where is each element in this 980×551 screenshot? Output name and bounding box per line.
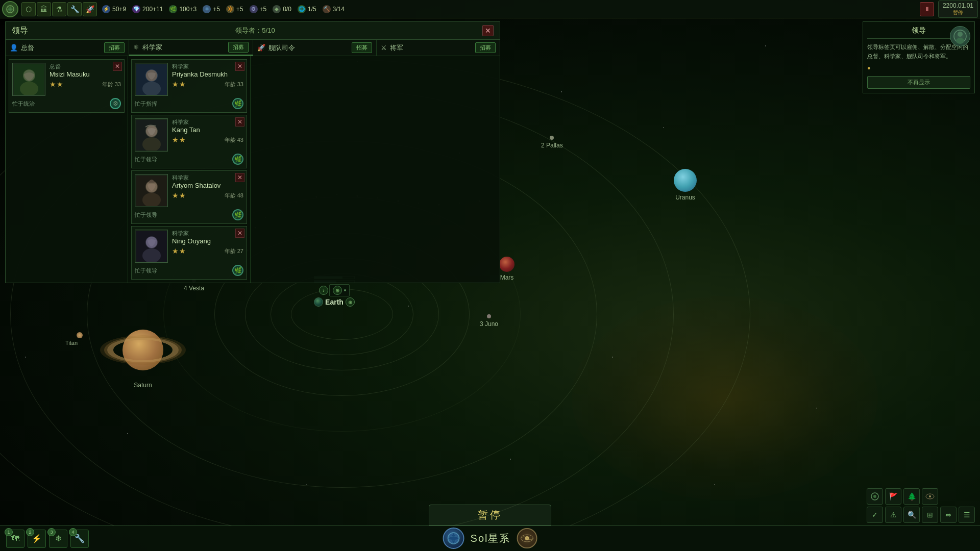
tab-general[interactable]: ⚔ 将军 招募 bbox=[377, 40, 500, 56]
general-recruit-btn[interactable]: 招募 bbox=[475, 42, 496, 53]
svg-point-45 bbox=[956, 38, 964, 44]
earth-settings-btn[interactable]: ⊕ bbox=[333, 286, 342, 295]
scientist-card-3[interactable]: ✕ 科学家 bbox=[131, 170, 247, 224]
resource-energy: ⚡ 50+9 bbox=[102, 5, 126, 13]
scientist-2-close[interactable]: ✕ bbox=[235, 117, 244, 127]
admiral-recruit-btn[interactable]: 招募 bbox=[352, 42, 372, 53]
pause-status: 暂停 bbox=[943, 9, 973, 16]
dismiss-button[interactable]: 不再显示 bbox=[867, 76, 970, 89]
scientist-4-close[interactable]: ✕ bbox=[235, 229, 244, 238]
uranus-planet bbox=[674, 169, 697, 192]
resource-credits: ◆ 0/0 bbox=[273, 5, 291, 13]
globe-icon-btn[interactable] bbox=[443, 528, 464, 549]
research-icon: ⚛ bbox=[203, 5, 211, 13]
earth-arrow-btn[interactable]: › bbox=[319, 286, 328, 295]
scientist-4-status-text: 忙于领导 bbox=[135, 267, 157, 274]
topbar: ⬡ 🏛 ⚗ 🔧 🚀 ⚡ 50+9 💎 200+11 🌿 100+3 ⚛ +5 🔆… bbox=[0, 0, 980, 18]
topbar-map-btn[interactable]: ⬡ bbox=[21, 2, 36, 16]
influence-icon: ⚙ bbox=[250, 5, 258, 13]
scientist-2-info: 科学家 Kang Tan ★★ 年龄 43 bbox=[172, 118, 243, 144]
svg-rect-32 bbox=[136, 120, 167, 151]
earth-menu-btn[interactable]: ⊕ bbox=[346, 297, 355, 307]
tab-scientist[interactable]: ⚛ 科学家 招募 bbox=[129, 40, 253, 56]
tab-2-icon: ⚡ bbox=[32, 534, 42, 543]
governor-status: 忙于统治 ⚙ bbox=[12, 98, 121, 109]
scientist-3-age: 年龄 48 bbox=[225, 192, 243, 199]
empty-tabs-area bbox=[251, 56, 500, 283]
scientist-card-2[interactable]: ✕ 科学家 bbox=[131, 115, 247, 168]
svg-rect-27 bbox=[136, 64, 167, 95]
food-icon: 🌿 bbox=[169, 5, 177, 13]
governor-card-close[interactable]: ✕ bbox=[113, 62, 122, 71]
governor-card-inner: 总督 Msizi Masuku ★★ 年龄 33 bbox=[12, 63, 121, 96]
topbar-fleet-btn[interactable]: 🚀 bbox=[83, 2, 97, 16]
topbar-build-btn[interactable]: 🔧 bbox=[67, 2, 82, 16]
scientist-card-1[interactable]: ✕ 科学家 Priyanka Des bbox=[131, 59, 247, 113]
governor-recruit-btn[interactable]: 招募 bbox=[104, 42, 125, 53]
governor-info: 总督 Msizi Masuku ★★ 年龄 33 bbox=[50, 63, 121, 88]
unity-icon: 🔆 bbox=[226, 5, 234, 13]
governor-portrait-image bbox=[13, 63, 45, 95]
pause-button[interactable]: ⏸ bbox=[920, 2, 934, 16]
scientist-4-name: Ning Ouyang bbox=[172, 237, 243, 245]
scientist-2-status-text: 忙于领导 bbox=[135, 156, 157, 163]
tab-3-icon: ❄ bbox=[55, 534, 62, 543]
emblem-icon bbox=[6, 5, 15, 14]
titan-planet bbox=[77, 332, 83, 338]
scientist-label: 科学家 bbox=[142, 43, 162, 52]
scientist-4-status: 忙于领导 🌿 bbox=[135, 265, 243, 276]
juno-label: 3 Juno bbox=[480, 320, 498, 328]
tab-3-badge: 3 bbox=[47, 528, 56, 536]
unity-value: +5 bbox=[236, 6, 243, 13]
governor-tab-label: 👤 总督 bbox=[10, 43, 104, 53]
panel-title-text: 领导 bbox=[12, 26, 28, 36]
scientist-1-close[interactable]: ✕ bbox=[235, 62, 244, 71]
governor-card[interactable]: ✕ bbox=[9, 59, 125, 113]
scientist-1-info: 科学家 Priyanka Desmukh ★★ 年龄 33 bbox=[172, 63, 243, 88]
governor-icon: 👤 bbox=[10, 44, 18, 52]
scientist-3-status-icon: 🌿 bbox=[232, 209, 243, 220]
tab-3-btn[interactable]: ❄ 3 bbox=[49, 530, 67, 548]
tab-admiral[interactable]: 🚀 舰队司令 招募 bbox=[253, 40, 377, 56]
admiral-tab-label: 🚀 舰队司令 bbox=[257, 43, 352, 53]
topbar-tech-btn[interactable]: ⚗ bbox=[52, 2, 66, 16]
scientist-recruit-btn[interactable]: 招募 bbox=[228, 42, 249, 53]
system-name-text: Sol星系 bbox=[471, 532, 511, 545]
mars-planet bbox=[499, 257, 514, 272]
topbar-colony-btn[interactable]: 🏛 bbox=[37, 2, 51, 16]
pallas-label: 2 Pallas bbox=[541, 142, 563, 149]
panel-close-button[interactable]: ✕ bbox=[482, 25, 494, 36]
scientist-2-inner: 科学家 Kang Tan ★★ 年龄 43 bbox=[135, 118, 243, 152]
governor-portrait bbox=[12, 63, 45, 96]
admiral-label: 舰队司令 bbox=[268, 43, 295, 53]
topbar-action-icons: ⬡ 🏛 ⚗ 🔧 🚀 bbox=[21, 2, 97, 16]
scientist-3-status-text: 忙于领导 bbox=[135, 211, 157, 219]
topbar-right: ⏸ 2200.01.01 暂停 bbox=[920, 1, 978, 18]
info-panel-avatar bbox=[950, 26, 970, 46]
galaxy-icon-btn[interactable] bbox=[517, 528, 537, 548]
uranus-container[interactable]: Uranus bbox=[674, 169, 697, 201]
mars-container[interactable]: Mars bbox=[499, 257, 514, 281]
tab-4-btn[interactable]: 🔧 4 bbox=[70, 530, 89, 548]
scientist-tab-label: ⚛ 科学家 bbox=[133, 43, 228, 52]
minerals-icon: 💎 bbox=[132, 5, 140, 13]
leader-panel: 领导 领导者：5/10 ✕ 👤 总督 招募 ⚛ 科学家 招募 🚀 舰队司令 招募 bbox=[5, 21, 500, 283]
general-tab-label: ⚔ 将军 bbox=[381, 43, 475, 53]
tab-1-btn[interactable]: 🗺 1 bbox=[6, 530, 24, 548]
unknown1-icon: 🌐 bbox=[298, 5, 306, 13]
faction-emblem[interactable] bbox=[2, 1, 18, 17]
scientist-3-inner: 科学家 Artyom Shatalov ★★ 年龄 48 bbox=[135, 174, 243, 207]
scientist-card-4[interactable]: ✕ 科学家 Ning Ouyang bbox=[131, 226, 247, 280]
saturn-container[interactable]: Saturn bbox=[112, 319, 174, 381]
avatar-icon bbox=[952, 29, 968, 44]
minerals-value: 200+11 bbox=[142, 6, 163, 13]
scientist-icon: ⚛ bbox=[133, 43, 139, 51]
scientist-3-close[interactable]: ✕ bbox=[235, 173, 244, 182]
date-value: 2200.01.01 bbox=[943, 2, 973, 9]
credits-icon: ◆ bbox=[273, 5, 281, 13]
tab-governor[interactable]: 👤 总督 招募 bbox=[6, 40, 129, 56]
tab-2-btn[interactable]: ⚡ 2 bbox=[28, 530, 46, 548]
scientist-1-role: 科学家 bbox=[172, 63, 243, 70]
energy-value: 50+9 bbox=[112, 6, 126, 13]
resource-unity: 🔆 +5 bbox=[226, 5, 243, 13]
